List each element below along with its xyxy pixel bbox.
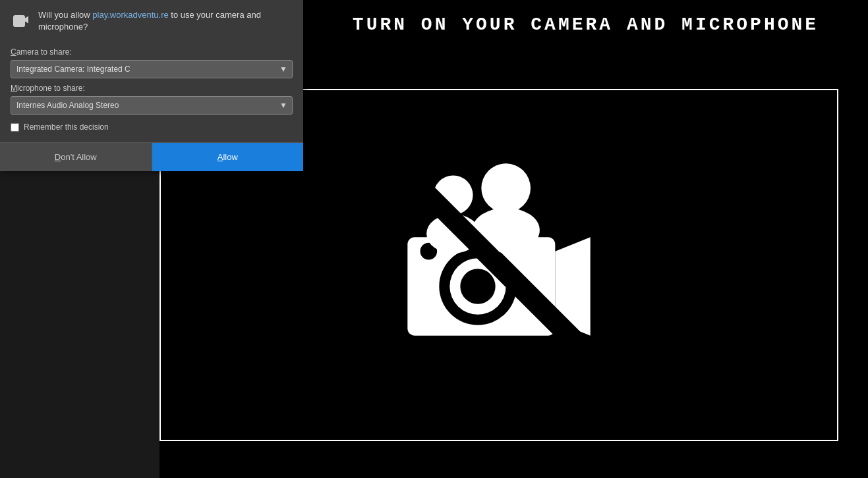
dialog-header: Will you allow play.workadventu.re to us…	[0, 0, 303, 40]
top-heading-area: TURN ON YOUR CAMERA AND MICROPHONE	[303, 0, 868, 49]
dont-allow-button[interactable]: Don't Allow	[0, 143, 152, 171]
camera-dialog-icon	[11, 11, 32, 32]
page-title: TURN ON YOUR CAMERA AND MICROPHONE	[353, 14, 819, 35]
remember-decision-checkbox[interactable]	[11, 123, 19, 132]
remember-decision-label[interactable]: Remember this decision	[24, 122, 109, 132]
remember-decision-row: Remember this decision	[11, 122, 293, 132]
camera-select[interactable]: Integrated Camera: Integrated C	[11, 60, 293, 78]
microphone-label: Microphone to share:	[11, 84, 293, 93]
dialog-body: Camera to share: Integrated Camera: Inte…	[0, 40, 303, 140]
camera-select-wrapper: Integrated Camera: Integrated C ▼	[11, 60, 293, 78]
camera-label: Camera to share:	[11, 47, 293, 57]
allow-button[interactable]: Allow	[152, 143, 304, 171]
permission-dialog: Will you allow play.workadventu.re to us…	[0, 0, 303, 171]
microphone-select[interactable]: Internes Audio Analog Stereo	[11, 96, 293, 115]
camera-off-icon	[393, 160, 604, 371]
dialog-buttons: Don't Allow Allow	[0, 142, 303, 171]
site-url-link[interactable]: play.workadventu.re	[92, 10, 168, 20]
dialog-title-text: Will you allow play.workadventu.re to us…	[38, 9, 293, 33]
microphone-select-wrapper: Internes Audio Analog Stereo ▼	[11, 96, 293, 115]
svg-point-3	[460, 269, 495, 304]
svg-point-10	[481, 163, 531, 213]
